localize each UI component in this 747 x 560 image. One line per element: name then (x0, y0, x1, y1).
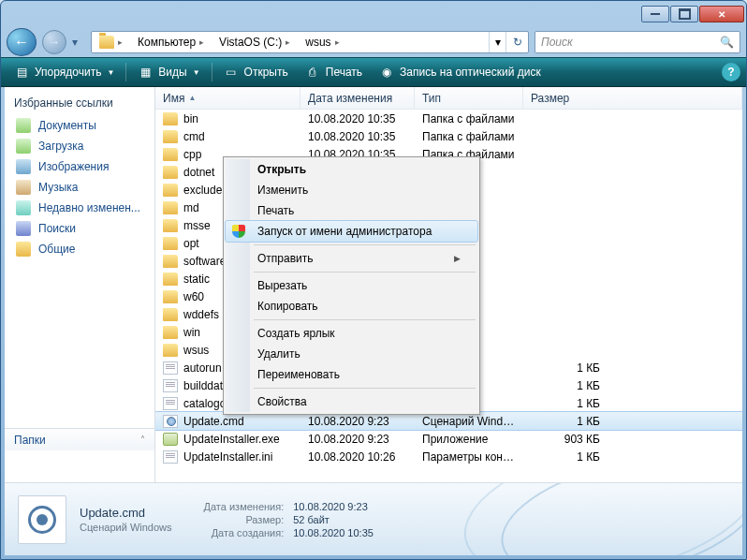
file-name: UpdateInstaller.exe (183, 433, 280, 446)
favorite-link[interactable]: Документы (5, 115, 154, 136)
favorite-label: Общие (38, 243, 75, 256)
file-size: 1 КБ (523, 361, 608, 375)
file-size: 903 КБ (523, 433, 608, 446)
favorite-icon (16, 180, 31, 195)
address-dropdown[interactable]: ▾ (489, 32, 505, 52)
ctx-run-as-admin[interactable]: Запуск от имени администратора (226, 221, 477, 242)
file-date: 10.08.2020 10:35 (300, 130, 415, 143)
file-name: msse (183, 219, 211, 232)
file-name: cmd (183, 130, 205, 143)
print-button[interactable]: ⎙Печать (298, 61, 370, 83)
back-button[interactable]: ← (7, 28, 37, 56)
file-row[interactable]: UpdateInstaller.ini10.08.2020 10:26Парам… (155, 448, 742, 465)
organize-button[interactable]: ▤Упорядочить▼ (7, 61, 122, 83)
context-menu[interactable]: Открыть Изменить Печать Запуск от имени … (223, 156, 480, 415)
file-row[interactable]: UpdateInstaller.exe10.08.2020 9:23Прилож… (155, 430, 742, 448)
favorite-link[interactable]: Загрузка (5, 136, 154, 156)
chevron-right-icon: ▶ (454, 254, 461, 263)
file-size: 1 КБ (523, 450, 608, 464)
favorite-icon (16, 242, 31, 257)
help-button[interactable]: ? (722, 63, 740, 81)
favorite-label: Недавно изменен... (38, 201, 140, 214)
file-icon (163, 450, 178, 464)
views-button[interactable]: ▦Виды▼ (130, 61, 207, 83)
file-name: autorun (183, 361, 222, 375)
ctx-open[interactable]: Открыть (226, 159, 477, 180)
ctx-send-to[interactable]: Отправить▶ (226, 248, 477, 269)
file-type: Параметры конф... (415, 450, 523, 464)
crumb-folder[interactable]: wsus▸ (298, 32, 346, 52)
file-row[interactable]: cmd10.08.2020 10:35Папка с файлами (155, 127, 742, 145)
file-name: wsus (183, 344, 209, 357)
ctx-properties[interactable]: Свойства (226, 391, 477, 412)
details-filetype: Сценарий Windows (80, 522, 172, 533)
crumb-drive[interactable]: VistaOS (C:)▸ (212, 32, 298, 52)
ctx-delete[interactable]: Удалить (226, 344, 477, 364)
file-icon (163, 273, 178, 286)
file-icon (163, 112, 178, 125)
nav-history-chevron[interactable]: ▾ (72, 36, 85, 49)
close-button[interactable] (699, 6, 744, 22)
maximize-button[interactable] (670, 6, 698, 22)
ctx-rename[interactable]: Переименовать (226, 364, 477, 385)
print-icon: ⎙ (305, 65, 320, 80)
file-date: 10.08.2020 10:26 (300, 450, 415, 464)
column-type[interactable]: Тип (415, 87, 523, 109)
ctx-print[interactable]: Печать (226, 200, 477, 221)
details-meta-label: Дата изменения: (204, 501, 285, 512)
crumb-root[interactable]: ▸ (92, 32, 130, 52)
file-name: cpp (183, 148, 201, 161)
decorative-swoosh (491, 482, 742, 555)
file-name: md (183, 201, 199, 214)
file-name: builddat (183, 379, 223, 392)
burn-button[interactable]: ◉Запись на оптический диск (372, 61, 549, 83)
organize-icon: ▤ (14, 65, 29, 80)
search-input[interactable]: Поиск 🔍 (535, 31, 740, 53)
refresh-button[interactable]: ↻ (505, 32, 528, 52)
forward-button[interactable]: → (42, 30, 66, 54)
ctx-cut[interactable]: Вырезать (226, 275, 477, 296)
details-pane: Update.cmd Сценарий Windows Дата изменен… (5, 482, 742, 555)
column-date[interactable]: Дата изменения (300, 87, 415, 109)
file-row[interactable]: bin10.08.2020 10:35Папка с файлами (155, 110, 742, 127)
column-name[interactable]: Имя▲ (155, 87, 300, 109)
favorite-icon (16, 139, 31, 154)
file-icon (163, 184, 178, 197)
favorite-label: Изображения (38, 160, 109, 173)
file-name: bin (183, 112, 198, 125)
minimize-button[interactable] (641, 6, 669, 22)
open-button[interactable]: ▭Открыть (216, 61, 296, 83)
crumb-computer[interactable]: Компьютер▸ (130, 32, 212, 52)
file-name: opt (183, 237, 199, 250)
favorite-link[interactable]: Музыка (5, 177, 154, 198)
open-icon: ▭ (224, 65, 239, 80)
folders-toggle[interactable]: Папки˄ (5, 428, 154, 450)
file-name: dotnet (183, 166, 214, 179)
file-date: 10.08.2020 9:23 (300, 433, 415, 446)
column-size[interactable]: Размер (523, 87, 742, 109)
file-name: w60 (183, 290, 204, 303)
favorite-label: Поиски (38, 222, 76, 235)
favorite-icon (16, 221, 31, 236)
file-name: exclude (183, 184, 222, 197)
file-type: Папка с файлами (415, 112, 523, 125)
ctx-edit[interactable]: Изменить (226, 180, 477, 200)
explorer-window: ← → ▾ ▸ Компьютер▸ VistaOS (C:)▸ wsus▸ ▾… (0, 0, 747, 560)
favorite-link[interactable]: Изображения (5, 156, 154, 177)
ctx-copy[interactable]: Копировать (226, 296, 477, 317)
favorite-link[interactable]: Общие (5, 239, 154, 259)
shield-icon (231, 224, 246, 239)
details-file-icon (18, 495, 66, 544)
favorite-link[interactable]: Недавно изменен... (5, 198, 154, 218)
file-icon (163, 255, 178, 268)
sort-asc-icon: ▲ (188, 94, 196, 102)
file-name: Update.cmd (183, 415, 244, 428)
chevron-up-icon: ˄ (140, 435, 145, 445)
file-icon (163, 237, 178, 250)
favorite-link[interactable]: Поиски (5, 218, 154, 239)
ctx-create-shortcut[interactable]: Создать ярлык (226, 323, 477, 344)
titlebar[interactable] (1, 1, 746, 27)
file-icon (163, 344, 178, 357)
address-bar[interactable]: ▸ Компьютер▸ VistaOS (C:)▸ wsus▸ ▾ ↻ (91, 31, 529, 53)
file-icon (163, 148, 178, 161)
